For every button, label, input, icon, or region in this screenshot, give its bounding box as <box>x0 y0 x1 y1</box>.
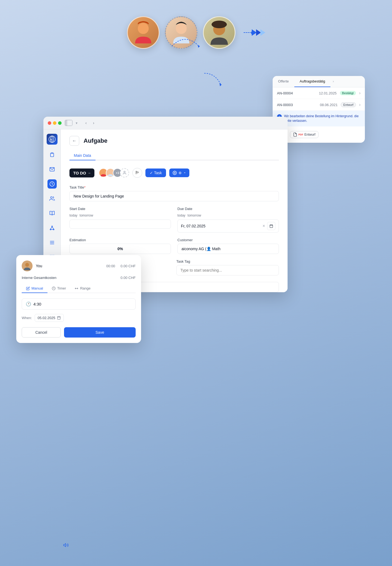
sidebar-toggle[interactable] <box>65 120 72 126</box>
customer-label: Customer <box>177 238 279 242</box>
total-cost-value: 0.00 CHF <box>120 276 136 280</box>
chevron-right-2: › <box>359 102 361 107</box>
due-date-input[interactable] <box>181 224 260 228</box>
doc-row-2[interactable]: AN-00003 08.06.2021 Entwurf › <box>273 99 365 111</box>
start-tomorrow-button[interactable]: tomorrow <box>79 213 93 218</box>
task-type-button[interactable]: ✓ Task <box>145 168 166 177</box>
curved-arrow-2 <box>202 71 223 87</box>
task-controls: TO DO − +1 🏳 ✓ Task <box>69 168 279 178</box>
mode-timer-tab[interactable]: Timer <box>47 284 71 293</box>
user-avatar <box>22 260 33 271</box>
save-button[interactable]: Save <box>64 327 136 338</box>
sidebar-item-mail[interactable] <box>47 165 57 174</box>
svg-point-33 <box>174 172 175 173</box>
sidebar-item-timer[interactable] <box>47 179 57 189</box>
svg-point-32 <box>124 171 125 173</box>
timer-icon <box>52 287 56 290</box>
when-date-display[interactable]: 05.02.2025 <box>35 314 64 322</box>
close-button[interactable] <box>48 121 51 125</box>
tab-auftragsbestatigung[interactable]: Auftragsbestätig <box>294 76 331 87</box>
doc-date-1: 12.01.2025 <box>319 91 337 95</box>
doc-id-1: AN-00004 <box>277 91 316 95</box>
tab-offerte[interactable]: Offerte <box>273 76 294 87</box>
time-tracker-panel: You 00:00 0.00 CHF Interne Gesamtkosten … <box>16 255 141 343</box>
task-title-label: Task Title* <box>69 185 279 189</box>
estimation-input[interactable] <box>69 244 171 254</box>
start-today-button[interactable]: today <box>69 213 77 218</box>
sidebar-item-network[interactable] <box>47 223 57 233</box>
maximize-button[interactable] <box>58 121 62 125</box>
doc-row-1[interactable]: AN-00004 12.01.2025 Bestätigt › <box>273 87 365 99</box>
range-icon <box>75 287 78 290</box>
settings-button[interactable]: ⚙ <box>169 168 189 177</box>
sidebar-item-book[interactable] <box>47 209 57 218</box>
doc-tabs: Offerte Auftragsbestätig › <box>273 76 365 87</box>
doc-id-2: AN-00003 <box>277 103 317 107</box>
task-title-input[interactable] <box>69 191 279 201</box>
avatar-2 <box>165 16 197 49</box>
pdf-label: Entwurf <box>304 133 315 136</box>
todo-label: TO DO <box>73 171 86 175</box>
clear-due-date-button[interactable]: × <box>263 224 265 228</box>
due-date-quick: today tomorrow <box>177 213 279 218</box>
tab-more: › <box>330 76 365 87</box>
clock-icon: 🕐 <box>26 301 31 307</box>
svg-marker-55 <box>64 543 66 547</box>
estimation-row: Estimation Customer <box>69 238 279 254</box>
avatar-3 <box>203 16 235 49</box>
mode-manual-tab[interactable]: Manual <box>22 284 47 293</box>
flag-button[interactable]: 🏳 <box>132 168 142 178</box>
doc-date-2: 08.06.2021 <box>320 103 337 107</box>
pdf-badge[interactable]: PDF Entwurf <box>290 131 318 138</box>
avatar-1 <box>127 16 160 49</box>
total-cost-row: Interne Gesamtkosten 0.00 CHF <box>22 276 136 280</box>
start-date-label: Start Date <box>69 207 171 211</box>
page-title: Aufgabe <box>84 137 107 144</box>
due-today-button[interactable]: today <box>177 213 185 218</box>
play-arrows <box>244 29 265 36</box>
estimation-label: Estimation <box>69 238 171 242</box>
estimation-section: Estimation <box>69 238 171 254</box>
title-bar: ▾ ‹ › <box>43 117 288 129</box>
customer-section: Customer <box>177 238 279 254</box>
cancel-button[interactable]: Cancel <box>22 327 61 338</box>
minimize-button[interactable] <box>53 121 56 125</box>
cost-amount: 0.00 CHF <box>120 264 136 268</box>
svg-rect-51 <box>57 316 60 319</box>
back-button[interactable]: ← <box>69 136 79 146</box>
task-tag-label: Task Tag <box>176 259 279 263</box>
nav-back-button[interactable]: ‹ <box>83 120 89 126</box>
tab-main-data[interactable]: Main Data <box>69 151 95 160</box>
todo-badge[interactable]: TO DO − <box>69 168 94 177</box>
pencil-icon <box>26 287 30 290</box>
task-tag-input[interactable] <box>176 265 279 275</box>
sidebar-item-layers[interactable] <box>47 238 57 247</box>
add-assignee-button[interactable] <box>120 168 129 177</box>
chevron-down-icon[interactable]: ▾ <box>76 121 78 125</box>
sidebar-item-users[interactable] <box>47 194 57 203</box>
nav-forward-button[interactable]: › <box>91 120 97 126</box>
svg-point-16 <box>50 197 52 199</box>
svg-point-31 <box>109 170 112 173</box>
svg-rect-34 <box>270 225 273 228</box>
time-amount: 00:00 <box>106 264 115 268</box>
calendar-button[interactable] <box>267 222 275 230</box>
customer-input[interactable] <box>177 244 279 254</box>
svg-text:AI: AI <box>50 138 52 141</box>
megaphone-icon[interactable] <box>61 540 71 550</box>
avatar-stack: +1 <box>99 168 129 177</box>
date-row: Start Date today tomorrow Due Date today… <box>69 207 279 233</box>
doc-badge-2: Entwurf <box>341 102 356 107</box>
start-date-input[interactable] <box>73 222 167 226</box>
start-date-quick: today tomorrow <box>69 213 171 218</box>
time-value-input[interactable] <box>33 302 132 306</box>
svg-line-20 <box>50 227 52 229</box>
chevron-right-1: › <box>359 91 361 96</box>
mode-range-tab[interactable]: Range <box>70 284 95 293</box>
time-amounts: 00:00 0.00 CHF <box>106 264 136 268</box>
due-date-section: Due Date today tomorrow × <box>177 207 279 233</box>
when-label: When: <box>22 316 32 320</box>
due-tomorrow-button[interactable]: tomorrow <box>187 213 201 218</box>
sidebar-item-clipboard[interactable] <box>47 150 57 159</box>
panel-actions: Cancel Save <box>22 327 136 338</box>
